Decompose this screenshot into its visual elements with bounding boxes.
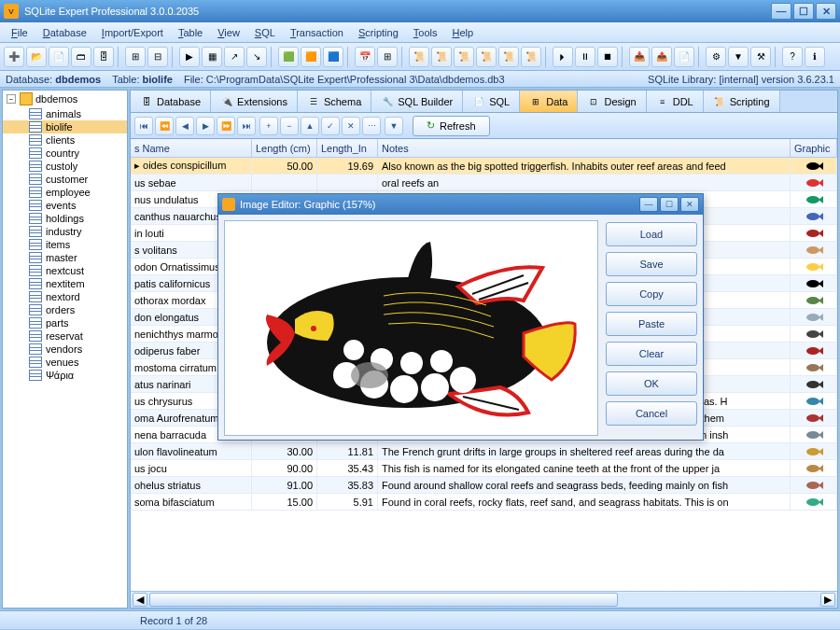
tool-p2[interactable]: ⏸ — [575, 47, 595, 67]
tool-s1[interactable]: 📜 — [409, 47, 429, 67]
menu-tools[interactable]: Tools — [406, 25, 445, 40]
table-row[interactable]: us sebaeoral reefs an — [131, 175, 837, 191]
col-length-in[interactable]: Length_In — [317, 139, 378, 157]
tree-table-customer[interactable]: customer — [3, 173, 127, 186]
graphic-cell[interactable] — [791, 494, 837, 510]
collapse-icon[interactable]: − — [7, 94, 16, 104]
graphic-cell[interactable] — [791, 443, 837, 459]
tool-opt[interactable]: ⚒ — [750, 47, 771, 67]
paste-button[interactable]: Paste — [606, 312, 697, 336]
scroll-left[interactable]: ◀ — [133, 593, 147, 607]
col-notes[interactable]: Notes — [378, 139, 791, 157]
menu-view[interactable]: View — [210, 25, 247, 40]
cancel-button[interactable]: Cancel — [606, 401, 697, 426]
graphic-cell[interactable] — [791, 208, 837, 224]
table-row[interactable]: ▸ oides conspicillum50.0019.69Also known… — [131, 158, 837, 175]
dialog-minimize[interactable]: — — [639, 197, 658, 212]
tool-grid[interactable]: ▦ — [202, 47, 222, 67]
tab-extensions[interactable]: 🔌Extensions — [211, 91, 298, 112]
tab-data[interactable]: ⊞Data — [520, 91, 578, 112]
tree-table-reservat[interactable]: reservat — [3, 329, 127, 343]
ok-button[interactable]: OK — [606, 371, 697, 396]
tool-db1[interactable]: 🗃 — [71, 47, 91, 67]
nav-last[interactable]: ⏭ — [237, 117, 256, 135]
maximize-button[interactable]: ☐ — [793, 3, 814, 20]
graphic-cell[interactable] — [791, 359, 837, 375]
tool-cal[interactable]: 📅 — [355, 47, 375, 67]
dialog-maximize[interactable]: ☐ — [660, 197, 679, 212]
tool-g2[interactable]: 🟧 — [301, 47, 321, 67]
col-length-cm[interactable]: Length (cm) — [252, 139, 317, 157]
tree-table-Ψάρια[interactable]: Ψάρια — [3, 369, 127, 382]
close-button[interactable]: ✕ — [816, 3, 836, 20]
tool-addtbl[interactable]: ⊞ — [125, 47, 146, 67]
tree-table-nextcust[interactable]: nextcust — [3, 264, 127, 277]
menu-file[interactable]: File — [4, 25, 35, 40]
scroll-track[interactable] — [149, 593, 819, 607]
tree-table-events[interactable]: events — [3, 199, 127, 212]
graphic-cell[interactable] — [791, 410, 837, 426]
table-row[interactable]: ulon flavolineatum30.0011.81The French g… — [131, 443, 837, 460]
graphic-cell[interactable] — [791, 326, 837, 342]
graphic-cell[interactable] — [791, 242, 837, 258]
tab-sql-builder[interactable]: 🔧SQL Builder — [371, 91, 463, 112]
tool-db2[interactable]: 🗄 — [93, 47, 114, 67]
tree-table-master[interactable]: master — [3, 251, 127, 264]
menu-transaction[interactable]: Transaction — [283, 25, 351, 40]
menu-database[interactable]: Database — [35, 25, 94, 40]
tool-g3[interactable]: 🟦 — [323, 47, 343, 67]
load-button[interactable]: Load — [606, 222, 697, 246]
tool-s6[interactable]: 📜 — [521, 47, 541, 67]
tab-sql[interactable]: 📄SQL — [463, 91, 520, 112]
graphic-cell[interactable] — [791, 175, 837, 190]
tab-scripting[interactable]: 📜Scripting — [704, 91, 780, 112]
tab-database[interactable]: 🗄Database — [131, 91, 211, 112]
tree-table-clients[interactable]: clients — [3, 133, 127, 147]
image-pane[interactable] — [224, 220, 598, 436]
graphic-cell[interactable] — [791, 275, 837, 291]
rec-post[interactable]: ✓ — [321, 117, 340, 135]
graphic-cell[interactable] — [791, 460, 837, 476]
tool-tbl[interactable]: ⊞ — [377, 47, 398, 67]
menu-help[interactable]: Help — [444, 25, 481, 40]
tree-table-nextitem[interactable]: nextitem — [3, 277, 127, 290]
menu-table[interactable]: Table — [171, 25, 210, 40]
graphic-cell[interactable] — [791, 292, 837, 308]
tree-table-country[interactable]: country — [3, 147, 127, 160]
refresh-button[interactable]: ↻ Refresh — [413, 116, 490, 136]
save-button[interactable]: Save — [606, 252, 697, 276]
graphic-cell[interactable] — [791, 309, 837, 325]
tab-ddl[interactable]: ≡DDL — [647, 91, 704, 112]
tree-table-industry[interactable]: industry — [3, 225, 127, 238]
rec-edit[interactable]: ▲ — [301, 117, 319, 135]
tree-table-items[interactable]: items — [3, 238, 127, 251]
tree-table-custoly[interactable]: custoly — [3, 160, 127, 173]
nav-next[interactable]: ▶ — [196, 117, 215, 135]
graphic-cell[interactable] — [791, 393, 837, 409]
minimize-button[interactable]: — — [771, 3, 791, 20]
nav-prevpage[interactable]: ⏪ — [155, 117, 174, 135]
tool-help[interactable]: ? — [782, 47, 803, 67]
tool-deltbl[interactable]: ⊟ — [147, 47, 168, 67]
copy-button[interactable]: Copy — [606, 282, 697, 306]
table-row[interactable]: us jocu90.0035.43This fish is named for … — [131, 460, 837, 477]
rec-del[interactable]: − — [280, 117, 299, 135]
tree-table-venues[interactable]: venues — [3, 356, 127, 369]
tool-s4[interactable]: 📜 — [476, 47, 497, 67]
graphic-cell[interactable] — [791, 477, 837, 493]
tool-i2[interactable]: 📤 — [651, 47, 672, 67]
tree-table-employee[interactable]: employee — [3, 186, 127, 199]
graphic-cell[interactable] — [791, 376, 837, 392]
tool-p3[interactable]: ⏹ — [597, 47, 618, 67]
table-row[interactable]: ohelus striatus91.0035.83Found around sh… — [131, 477, 837, 494]
graphic-cell[interactable] — [791, 225, 837, 241]
col-name[interactable]: s Name — [131, 139, 252, 157]
nav-first[interactable]: ⏮ — [134, 117, 153, 135]
nav-nextpage[interactable]: ⏩ — [217, 117, 235, 135]
tool-new[interactable]: ➕ — [4, 47, 24, 67]
tool-i1[interactable]: 📥 — [629, 47, 650, 67]
graphic-cell[interactable] — [791, 158, 837, 174]
tree-table-holdings[interactable]: holdings — [3, 212, 127, 225]
tab-schema[interactable]: ☰Schema — [298, 91, 371, 112]
tool-g1[interactable]: 🟩 — [278, 47, 299, 67]
